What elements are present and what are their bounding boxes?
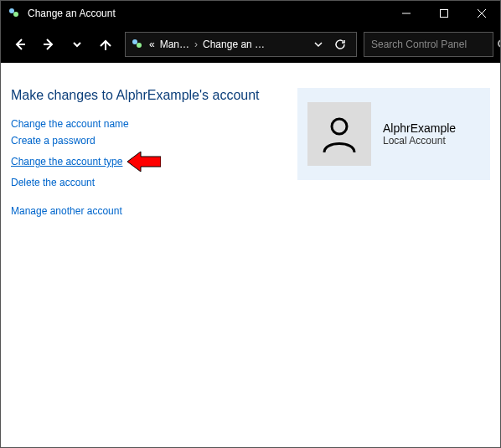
titlebar: Change an Account <box>1 1 500 26</box>
action-list: Change the account name Create a passwor… <box>11 118 281 217</box>
breadcrumb-seg-2[interactable]: Change an … <box>203 39 265 50</box>
account-name: AlphrExample <box>383 121 456 135</box>
breadcrumb-seg-1[interactable]: Man… <box>160 39 189 50</box>
svg-point-0 <box>9 8 14 13</box>
breadcrumb-prefix[interactable]: « <box>149 39 155 50</box>
toolbar: « Man… › Change an … <box>1 26 500 63</box>
manage-another-account-link[interactable]: Manage another account <box>11 205 122 217</box>
search-input[interactable] <box>371 39 497 50</box>
recent-dropdown-button[interactable] <box>65 32 90 57</box>
actions-column: Make changes to AlphrExample's account C… <box>11 88 281 437</box>
close-button[interactable] <box>462 1 500 26</box>
svg-marker-13 <box>127 152 161 172</box>
change-account-type-link[interactable]: Change the account type <box>11 156 122 167</box>
search-icon[interactable] <box>497 38 501 51</box>
avatar <box>307 102 371 166</box>
content-area: Make changes to AlphrExample's account C… <box>1 63 500 447</box>
up-button[interactable] <box>93 32 118 57</box>
app-icon <box>8 7 21 20</box>
refresh-button[interactable] <box>329 33 351 56</box>
address-bar[interactable]: « Man… › Change an … <box>125 32 357 57</box>
user-icon <box>319 114 359 154</box>
account-card: AlphrExample Local Account <box>297 88 490 180</box>
svg-point-1 <box>13 12 18 17</box>
address-dropdown-button[interactable] <box>307 33 329 56</box>
account-type: Local Account <box>383 135 456 147</box>
svg-rect-3 <box>440 10 447 18</box>
window-controls <box>387 1 500 26</box>
chevron-right-icon: › <box>194 39 198 50</box>
breadcrumb: « Man… › Change an … <box>149 39 307 50</box>
delete-account-link[interactable]: Delete the account <box>11 177 95 188</box>
account-column: AlphrExample Local Account <box>297 88 490 437</box>
search-bar[interactable] <box>364 32 493 57</box>
addressbar-icon <box>131 38 144 51</box>
window-title: Change an Account <box>28 8 387 19</box>
account-info: AlphrExample Local Account <box>383 121 456 147</box>
red-arrow-icon <box>127 152 161 172</box>
change-account-name-link[interactable]: Change the account name <box>11 118 129 130</box>
create-password-link[interactable]: Create a password <box>11 135 96 147</box>
page-title: Make changes to AlphrExample's account <box>11 88 281 103</box>
minimize-button[interactable] <box>387 1 425 26</box>
svg-point-14 <box>332 119 347 134</box>
forward-button[interactable] <box>36 32 61 57</box>
maximize-button[interactable] <box>425 1 462 26</box>
back-button[interactable] <box>8 32 33 57</box>
svg-point-10 <box>137 43 142 48</box>
svg-point-9 <box>132 39 137 44</box>
